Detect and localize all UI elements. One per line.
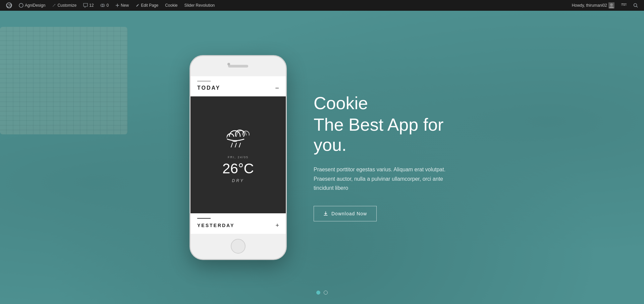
app-tagline: The Best App for you. bbox=[314, 115, 454, 155]
weather-section: FRI, 24/05 26°C DRY bbox=[191, 96, 286, 213]
slider-revolution-item[interactable]: Slider Revolution bbox=[181, 0, 218, 11]
today-collapse-icon[interactable]: − bbox=[275, 85, 279, 91]
today-section: TODAY − bbox=[191, 76, 286, 97]
wordpress-logo-item[interactable] bbox=[3, 0, 15, 11]
messages-item[interactable]: 0 bbox=[97, 0, 112, 11]
svg-line-11 bbox=[637, 6, 638, 8]
new-item[interactable]: New bbox=[112, 0, 132, 11]
howdy-text: Howdy, thirumani02 bbox=[572, 3, 607, 8]
download-icon bbox=[323, 211, 328, 216]
svg-point-10 bbox=[634, 4, 637, 7]
new-label: New bbox=[121, 3, 129, 8]
app-title: Cookie bbox=[314, 93, 454, 114]
agnidesign-label: AgniDesign bbox=[25, 3, 45, 8]
yesterday-section: YESTERDAY + bbox=[191, 213, 286, 234]
edit-page-label: Edit Page bbox=[141, 3, 158, 8]
phone-mockup: TODAY − bbox=[190, 55, 287, 260]
new-icon bbox=[115, 3, 119, 7]
main-content: TODAY − bbox=[0, 11, 644, 304]
agnidesign-item[interactable]: AgniDesign bbox=[15, 0, 49, 11]
download-label: Download Now bbox=[331, 211, 367, 216]
phone-home-button[interactable] bbox=[231, 239, 246, 254]
phone-screen: TODAY − bbox=[191, 76, 286, 234]
today-divider bbox=[197, 81, 211, 82]
svg-point-1 bbox=[19, 3, 23, 7]
customize-label: Customize bbox=[57, 3, 76, 8]
weather-date: FRI, 24/05 bbox=[228, 156, 249, 159]
today-header: TODAY − bbox=[197, 85, 279, 91]
edit-icon bbox=[136, 3, 140, 7]
admin-bar-right: Howdy, thirumani02 bbox=[569, 0, 641, 11]
svg-point-5 bbox=[610, 3, 613, 6]
yesterday-header: YESTERDAY + bbox=[197, 222, 279, 229]
yesterday-label: YESTERDAY bbox=[197, 223, 234, 228]
svg-line-21 bbox=[231, 143, 232, 147]
search-icon bbox=[633, 3, 638, 8]
agnidesign-icon bbox=[19, 3, 23, 8]
app-description: Praesent porttitor egestas varius. Aliqu… bbox=[314, 165, 454, 192]
comments-item[interactable]: 12 bbox=[80, 0, 97, 11]
svg-rect-8 bbox=[622, 3, 623, 4]
screen-options-item[interactable] bbox=[618, 0, 630, 11]
svg-rect-6 bbox=[621, 3, 627, 4]
comments-count: 12 bbox=[89, 3, 94, 8]
customize-icon bbox=[52, 3, 56, 7]
admin-bar: AgniDesign Customize 12 0 New Edit Page … bbox=[0, 0, 644, 11]
svg-rect-9 bbox=[624, 5, 625, 6]
wordpress-icon bbox=[6, 2, 12, 8]
phone-bottom bbox=[191, 234, 286, 259]
slider-dot-1[interactable] bbox=[316, 291, 320, 295]
svg-line-22 bbox=[235, 143, 236, 147]
comments-icon bbox=[83, 3, 88, 8]
weather-icon-container bbox=[223, 127, 253, 150]
phone-speaker bbox=[228, 65, 248, 68]
phone-camera bbox=[227, 63, 230, 66]
weather-temp: 26°C bbox=[222, 162, 254, 176]
cookie-item[interactable]: Cookie bbox=[162, 0, 181, 11]
cookie-label: Cookie bbox=[165, 3, 177, 8]
screen-options-icon bbox=[621, 3, 627, 7]
weather-cloud-rain-icon bbox=[223, 127, 253, 149]
messages-count: 0 bbox=[106, 3, 109, 8]
yesterday-expand-icon[interactable]: + bbox=[275, 222, 279, 229]
text-content: Cookie The Best App for you. Praesent po… bbox=[314, 93, 454, 221]
customize-item[interactable]: Customize bbox=[49, 0, 80, 11]
svg-line-23 bbox=[239, 143, 240, 147]
edit-page-item[interactable]: Edit Page bbox=[132, 0, 162, 11]
slider-revolution-label: Slider Revolution bbox=[184, 3, 215, 8]
weather-condition: DRY bbox=[232, 178, 245, 183]
howdy-item[interactable]: Howdy, thirumani02 bbox=[569, 0, 618, 11]
search-item[interactable] bbox=[630, 0, 641, 11]
phone-top bbox=[191, 56, 286, 76]
slider-dots bbox=[316, 291, 328, 295]
download-button[interactable]: Download Now bbox=[314, 206, 377, 221]
messages-icon bbox=[100, 3, 105, 8]
today-label: TODAY bbox=[197, 85, 220, 91]
slider-dot-2[interactable] bbox=[324, 291, 328, 295]
yesterday-divider bbox=[197, 218, 211, 219]
user-avatar-icon bbox=[608, 2, 614, 8]
